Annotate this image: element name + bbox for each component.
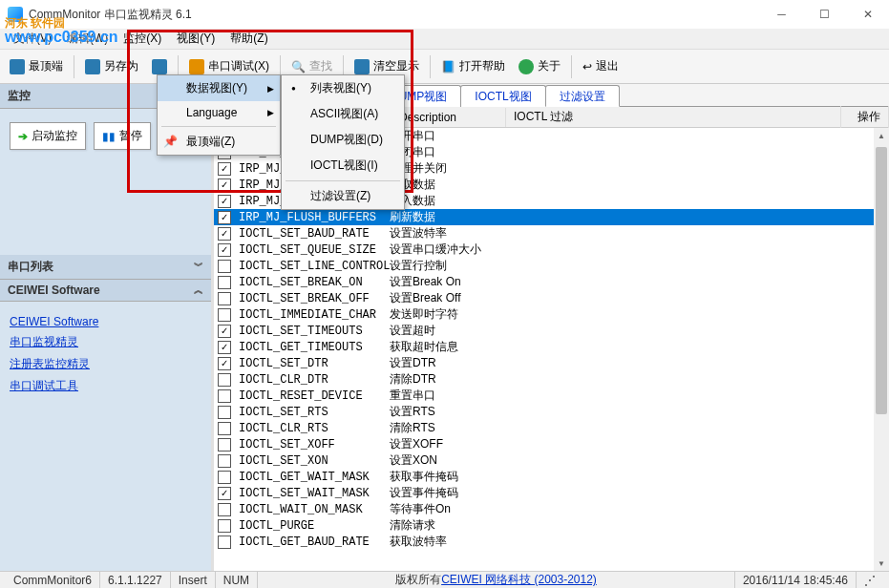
scroll-thumb[interactable] bbox=[876, 147, 887, 414]
table-row[interactable]: ✓IOCTL_SET_DTR设置DTR bbox=[214, 355, 889, 371]
row-checkbox[interactable] bbox=[218, 406, 231, 419]
menu-monitor[interactable]: 监控(X) bbox=[116, 28, 169, 50]
menu-edit[interactable]: 编辑(W) bbox=[59, 28, 116, 50]
menu-file[interactable]: 文件(V) bbox=[6, 28, 59, 50]
status-num: NUM bbox=[216, 572, 258, 588]
row-checkbox[interactable]: ✓ bbox=[218, 487, 231, 500]
col-op[interactable]: 操作 bbox=[841, 106, 889, 128]
row-checkbox[interactable] bbox=[218, 454, 231, 468]
submenu-dump-view[interactable]: DUMP视图(D) bbox=[282, 127, 404, 153]
table-row[interactable]: ✓IOCTL_GET_TIMEOUTS获取超时信息 bbox=[214, 339, 889, 355]
row-checkbox[interactable] bbox=[218, 292, 231, 305]
row-checkbox[interactable] bbox=[218, 519, 231, 533]
tab-filter[interactable]: 过滤设置 bbox=[545, 85, 620, 107]
row-checkbox[interactable]: ✓ bbox=[218, 325, 231, 338]
chip-icon bbox=[189, 59, 204, 74]
vertical-scrollbar[interactable]: ▲ ▼ bbox=[874, 128, 889, 571]
row-checkbox[interactable]: ✓ bbox=[218, 357, 231, 370]
row-checkbox[interactable] bbox=[218, 503, 231, 516]
table-row[interactable]: IOCTL_IMMEDIATE_CHAR发送即时字符 bbox=[214, 306, 889, 323]
table-row[interactable]: ✓IOCTL_SET_BAUD_RATE设置波特率 bbox=[214, 225, 889, 242]
col-desc[interactable]: Description bbox=[392, 108, 506, 127]
serial-list-panel-header[interactable]: 串口列表︾ bbox=[0, 255, 211, 280]
row-checkbox[interactable] bbox=[218, 260, 231, 273]
row-checkbox[interactable]: ✓ bbox=[218, 195, 231, 208]
table-row[interactable]: ✓IOCTL_SET_QUEUE_SIZE设置串口缓冲大小 bbox=[214, 242, 889, 258]
col-ioctl[interactable]: IOCTL 过滤 bbox=[506, 106, 841, 128]
row-checkbox[interactable] bbox=[218, 422, 231, 435]
sidebar-link-serial-monitor[interactable]: 串口监视精灵 bbox=[10, 334, 201, 350]
brand-panel-header[interactable]: CEIWEI Software︽ bbox=[0, 280, 211, 302]
toolbar-about[interactable]: 关于 bbox=[513, 54, 566, 78]
start-monitor-button[interactable]: ➔启动监控 bbox=[10, 122, 86, 150]
row-checkbox[interactable] bbox=[218, 536, 231, 549]
scroll-down-icon[interactable]: ▼ bbox=[874, 556, 889, 571]
table-row[interactable]: IOCTL_GET_BAUD_RATE获取波特率 bbox=[214, 534, 889, 550]
row-name: IOCTL_SET_XON bbox=[239, 454, 390, 468]
table-row[interactable]: IOCTL_SET_BREAK_ON设置Break On bbox=[214, 274, 889, 290]
table-row[interactable]: IOCTL_GET_WAIT_MASK获取事件掩码 bbox=[214, 469, 889, 485]
row-name: IOCTL_WAIT_ON_MASK bbox=[239, 503, 390, 516]
toolbar-exit[interactable]: ↩退出 bbox=[577, 54, 624, 78]
minimize-button[interactable]: ─ bbox=[760, 0, 803, 29]
row-name: IOCTL_GET_TIMEOUTS bbox=[239, 341, 390, 354]
row-name: IOCTL_IMMEDIATE_CHAR bbox=[239, 308, 390, 322]
table-row[interactable]: IOCTL_WAIT_ON_MASK等待事件On bbox=[214, 501, 889, 517]
copyright-link[interactable]: CEIWEI 网络科技 (2003-2012) bbox=[441, 572, 597, 588]
row-checkbox[interactable]: ✓ bbox=[218, 243, 231, 257]
sidebar-link-registry-monitor[interactable]: 注册表监控精灵 bbox=[10, 356, 201, 372]
pin-icon bbox=[10, 59, 25, 74]
row-name: IOCTL_SET_BAUD_RATE bbox=[239, 227, 390, 241]
table-row[interactable]: ✓IOCTL_SET_WAIT_MASK设置事件掩码 bbox=[214, 485, 889, 501]
menu-view[interactable]: 视图(Y) bbox=[169, 28, 222, 50]
table-row[interactable]: ✓IRP_MJ_FLUSH_BUFFERS刷新数据 bbox=[214, 209, 889, 225]
row-checkbox[interactable] bbox=[218, 389, 231, 403]
table-row[interactable]: IOCTL_PURGE清除请求 bbox=[214, 517, 889, 534]
maximize-button[interactable]: ☐ bbox=[803, 0, 846, 29]
row-checkbox[interactable] bbox=[218, 308, 231, 322]
row-desc: 设置Break Off bbox=[390, 290, 460, 306]
row-checkbox[interactable] bbox=[218, 276, 231, 289]
menu-help[interactable]: 帮助(Z) bbox=[222, 28, 275, 50]
scroll-up-icon[interactable]: ▲ bbox=[874, 128, 889, 143]
status-resize-grip-icon[interactable]: ⋰ bbox=[857, 572, 883, 588]
toolbar-topmost[interactable]: 最顶端 bbox=[4, 54, 69, 78]
submenu-arrow-icon: ▶ bbox=[267, 108, 274, 117]
tab-ioctl[interactable]: IOCTL视图 bbox=[460, 85, 545, 107]
submenu-list-view[interactable]: ●列表视图(Y) bbox=[282, 75, 404, 101]
sidebar-link-serial-debug[interactable]: 串口调试工具 bbox=[10, 378, 201, 394]
table-row[interactable]: IOCTL_CLR_DTR清除DTR bbox=[214, 371, 889, 388]
toolbar-help[interactable]: 📘打开帮助 bbox=[435, 54, 511, 78]
table-row[interactable]: IOCTL_SET_BREAK_OFF设置Break Off bbox=[214, 290, 889, 306]
submenu-filter-settings[interactable]: 过滤设置(Z) bbox=[282, 183, 404, 209]
row-checkbox[interactable]: ✓ bbox=[218, 178, 231, 192]
row-name: IOCTL_RESET_DEVICE bbox=[239, 389, 390, 403]
menu-data-view[interactable]: 数据视图(Y)▶ bbox=[158, 75, 280, 101]
table-row[interactable]: IOCTL_SET_RTS设置RTS bbox=[214, 404, 889, 420]
submenu-ascii-view[interactable]: ASCII视图(A) bbox=[282, 101, 404, 127]
menu-language[interactable]: Language▶ bbox=[158, 101, 280, 124]
toolbar-saveas[interactable]: 另存为 bbox=[79, 54, 144, 78]
row-desc: 获取波特率 bbox=[390, 534, 447, 550]
row-checkbox[interactable]: ✓ bbox=[218, 211, 231, 224]
pause-monitor-button[interactable]: ▮▮暂停 bbox=[94, 122, 151, 150]
sidebar-link-ceiwei[interactable]: CEIWEI Software bbox=[10, 315, 201, 328]
table-row[interactable]: IOCTL_SET_XOFF设置XOFF bbox=[214, 436, 889, 452]
table-row[interactable]: IOCTL_CLR_RTS清除RTS bbox=[214, 420, 889, 436]
close-button[interactable]: ✕ bbox=[846, 0, 889, 29]
row-name: IOCTL_SET_XOFF bbox=[239, 438, 390, 452]
row-name: IOCTL_CLR_RTS bbox=[239, 422, 390, 435]
menu-topmost[interactable]: 📌最顶端(Z) bbox=[158, 129, 280, 155]
row-checkbox[interactable] bbox=[218, 438, 231, 452]
row-checkbox[interactable] bbox=[218, 471, 231, 484]
row-checkbox[interactable]: ✓ bbox=[218, 227, 231, 241]
table-row[interactable]: IOCTL_SET_LINE_CONTROL设置行控制 bbox=[214, 258, 889, 274]
table-row[interactable]: IOCTL_SET_XON设置XON bbox=[214, 452, 889, 469]
row-desc: 获取超时信息 bbox=[390, 339, 458, 355]
table-row[interactable]: IOCTL_RESET_DEVICE重置串口 bbox=[214, 388, 889, 404]
row-checkbox[interactable]: ✓ bbox=[218, 341, 231, 354]
row-checkbox[interactable]: ✓ bbox=[218, 162, 231, 176]
submenu-ioctl-view[interactable]: IOCTL视图(I) bbox=[282, 153, 404, 178]
row-checkbox[interactable] bbox=[218, 373, 231, 387]
table-row[interactable]: ✓IOCTL_SET_TIMEOUTS设置超时 bbox=[214, 323, 889, 339]
